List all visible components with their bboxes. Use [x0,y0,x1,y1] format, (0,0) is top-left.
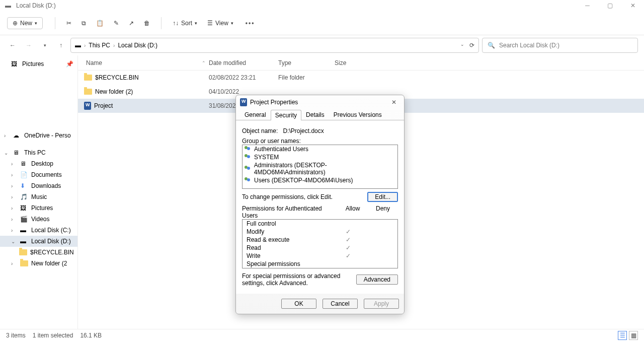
word-icon [240,98,247,106]
cloud-icon: ☁ [13,132,21,139]
permissions-header: Permissions for Authenticated Users [242,205,338,219]
separator [161,17,162,29]
allow-header: Allow [338,205,368,219]
sidebar-item-diskd[interactable]: ⌄▬Local Disk (D:) [0,236,77,247]
edit-button[interactable]: Edit... [367,192,398,202]
sidebar-item-documents[interactable]: ›📄Documents [0,169,77,180]
forward-button[interactable]: → [22,39,35,52]
titlebar: ▬ Local Disk (D:) ─ ▢ ✕ [0,0,644,11]
pictures-icon: 🖼 [11,60,19,67]
file-name: New folder (2) [95,88,133,95]
selection-count: 1 item selected [33,332,73,339]
advanced-button[interactable]: Advanced [356,275,398,285]
sort-button[interactable]: ↑↓ Sort ▾ [170,18,200,29]
column-name[interactable]: Name [78,59,199,66]
file-name: $RECYCLE.BIN [95,74,139,81]
group-item[interactable]: SYSTEM [243,153,397,161]
permission-row: Full control [243,220,397,228]
new-button[interactable]: ⊕ New ▾ [7,17,43,29]
minimize-button[interactable]: ─ [576,0,599,11]
delete-button[interactable]: 🗑 [141,18,153,29]
window-title: Local Disk (D:) [16,2,56,9]
column-date[interactable]: Date modified [209,59,278,66]
sidebar-item-pictures[interactable]: ›🖼Pictures [0,202,77,214]
sidebar-item-pictures-quick[interactable]: 🖼 Pictures 📌 [0,58,77,70]
group-item[interactable]: Users (DESKTOP-4MDO6M4\Users) [243,176,397,184]
object-name-value: D:\Project.docx [283,127,324,134]
users-icon [245,177,252,183]
sidebar-item-onedrive[interactable]: › ☁ OneDrive - Perso [0,130,77,141]
close-button[interactable]: ✕ [621,0,644,11]
rename-button[interactable]: ✎ [111,18,122,29]
drive-icon: ▬ [20,238,28,245]
paste-icon: 📋 [96,20,104,27]
sidebar-item-desktop[interactable]: ›🖥Desktop [0,158,77,169]
table-row[interactable]: $RECYCLE.BIN02/08/2022 23:21File folder [78,71,644,85]
ok-button[interactable]: OK [281,299,316,309]
object-name-label: Object name: [242,127,278,134]
maximize-button[interactable]: ▢ [599,0,621,11]
chevron-right-icon: › [84,43,86,48]
refresh-button[interactable]: ⟳ [469,42,474,49]
sort-icon: ↑↓ [173,20,179,27]
search-icon: 🔍 [488,42,495,49]
permission-row: Modify✓ [243,228,397,236]
paste-button[interactable]: 📋 [93,18,107,29]
column-headers: Name ⌃ Date modified Type Size [78,55,644,71]
dialog-titlebar: Project Properties ✕ [236,95,404,109]
chevron-down-icon[interactable]: ⌄ [460,42,464,49]
more-button[interactable]: ••• [240,20,255,27]
file-date: 04/10/2022 [209,88,278,95]
sidebar-item-thispc[interactable]: ⌄ 🖥 This PC [0,147,77,158]
drive-icon: ▬ [20,227,28,234]
details-view-button[interactable]: ☰ [618,331,627,340]
plus-icon: ⊕ [13,20,18,27]
downloads-icon: ⬇ [20,182,28,189]
users-icon [245,154,252,160]
share-icon: ↗ [129,20,134,27]
search-input[interactable]: 🔍 Search Local Disk (D:) [482,38,638,53]
apply-button[interactable]: Apply [364,299,399,309]
sidebar-item-videos[interactable]: ›🎬Videos [0,214,77,225]
sidebar-item-newfolder[interactable]: ›New folder (2 [0,258,77,269]
permission-row: Special permissions [243,260,397,268]
cut-icon: ✂ [66,20,71,27]
back-button[interactable]: ← [6,39,19,52]
sidebar-item-recycle[interactable]: $RECYCLE.BIN [0,247,77,258]
folder-icon [19,249,27,255]
recent-button[interactable]: ▾ [38,39,51,52]
copy-button[interactable]: ⧉ [78,18,89,29]
cut-button[interactable]: ✂ [63,18,74,29]
dialog-title: Project Properties [250,99,298,106]
dialog-buttons: OK Cancel Apply [236,294,404,314]
group-item[interactable]: Administrators (DESKTOP-4MDO6M4\Administ… [243,161,397,176]
breadcrumb-current[interactable]: Local Disk (D:) [118,42,157,49]
sidebar: 🖼 Pictures 📌 › ☁ OneDrive - Perso ⌄ 🖥 Th… [0,55,78,329]
tab-general[interactable]: General [240,109,271,120]
address-bar[interactable]: ▬ › This PC › Local Disk (D:) ⌄ ⟳ [70,38,479,53]
share-button[interactable]: ↗ [126,18,137,29]
up-button[interactable]: ↑ [54,39,67,52]
file-date: 02/08/2022 23:21 [209,74,278,81]
folder-icon [84,89,92,95]
view-button[interactable]: ☰ View ▾ [204,18,236,29]
dialog-close-button[interactable]: ✕ [388,99,400,106]
groups-listbox[interactable]: Authenticated UsersSYSTEMAdministrators … [242,145,398,189]
breadcrumb-thispc[interactable]: This PC [89,42,110,49]
chevron-down-icon: ⌄ [11,239,17,244]
tab-security[interactable]: Security [271,110,301,120]
tab-details[interactable]: Details [301,109,329,120]
sidebar-item-music[interactable]: ›🎵Music [0,191,77,202]
sidebar-item-diskc[interactable]: ›▬Local Disk (C:) [0,225,77,236]
cancel-button[interactable]: Cancel [323,299,358,309]
thumbnails-view-button[interactable]: ▦ [629,331,638,340]
separator [55,17,55,29]
column-size[interactable]: Size [335,59,375,66]
column-type[interactable]: Type [278,59,335,66]
sidebar-item-downloads[interactable]: ›⬇Downloads [0,180,77,191]
pin-icon: 📌 [66,60,73,67]
chevron-down-icon: ▾ [35,21,37,26]
tab-previous-versions[interactable]: Previous Versions [329,109,386,120]
group-item[interactable]: Authenticated Users [243,145,397,153]
dialog-tabs: General Security Details Previous Versio… [236,109,404,120]
